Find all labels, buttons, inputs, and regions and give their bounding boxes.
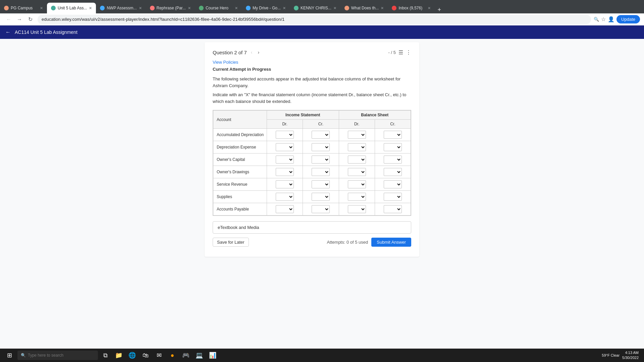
tab-close-icon[interactable]: ✕ <box>381 6 384 10</box>
tab-rephrase[interactable]: Rephrase (Par... ✕ <box>146 3 195 13</box>
save-for-later-button[interactable]: Save for Later <box>213 238 249 247</box>
select-balance-dr-row4[interactable]: X <box>348 180 366 188</box>
taskbar-search-bar[interactable]: 🔍 <box>17 351 98 360</box>
next-question-button[interactable]: › <box>256 49 261 56</box>
app-icon1[interactable]: 💻 <box>193 349 205 361</box>
tab-kenny-chris[interactable]: KENNY CHRIS... ✕ <box>290 3 340 13</box>
dropdown-balance-cr-row2[interactable]: X <box>375 154 411 166</box>
dropdown-income-dr-row3[interactable]: X <box>267 166 303 178</box>
file-explorer-icon[interactable]: 📁 <box>113 349 125 361</box>
tab-my-drive[interactable]: My Drive - Go... ✕ <box>242 3 290 13</box>
app-icon2[interactable]: 📊 <box>207 349 219 361</box>
profile-icon[interactable]: 👤 <box>608 16 614 22</box>
select-income-dr-row0[interactable]: X <box>276 131 294 139</box>
select-income-cr-row5[interactable]: X <box>312 193 330 201</box>
dropdown-income-cr-row3[interactable]: X <box>303 166 339 178</box>
select-income-dr-row1[interactable]: X <box>276 143 294 151</box>
update-button[interactable]: Update <box>616 15 640 23</box>
bookmark-icon[interactable]: ☆ <box>601 16 606 22</box>
select-income-dr-row3[interactable]: X <box>276 168 294 176</box>
select-balance-dr-row3[interactable]: X <box>348 168 366 176</box>
select-income-cr-row2[interactable]: X <box>312 156 330 164</box>
address-input[interactable] <box>38 15 591 24</box>
task-view-icon[interactable]: ⧉ <box>99 349 111 361</box>
dropdown-income-dr-row1[interactable]: X <box>267 141 303 154</box>
tab-course-hero[interactable]: Course Hero ✕ <box>195 3 242 13</box>
tab-unit5-lab[interactable]: Unit 5 Lab Ass... ✕ <box>47 3 96 13</box>
view-policies-link[interactable]: View Policies <box>213 60 411 65</box>
select-balance-cr-row5[interactable]: X <box>384 193 402 201</box>
back-arrow-icon[interactable]: ← <box>5 29 11 35</box>
tab-gmail-inbox[interactable]: Inbox (9,576) ✕ <box>388 3 435 13</box>
dropdown-balance-dr-row6[interactable]: X <box>339 203 375 216</box>
submit-answer-button[interactable]: Submit Answer <box>371 238 411 247</box>
select-balance-dr-row6[interactable]: X <box>348 205 366 213</box>
prev-question-button[interactable]: ‹ <box>250 49 254 56</box>
select-balance-dr-row0[interactable]: X <box>348 131 366 139</box>
dropdown-income-dr-row0[interactable]: X <box>267 129 303 141</box>
select-balance-dr-row1[interactable]: X <box>348 143 366 151</box>
dropdown-income-cr-row5[interactable]: X <box>303 191 339 203</box>
tab-close-icon[interactable]: ✕ <box>40 6 43 10</box>
zoom-icon[interactable]: 🔍 <box>594 17 599 22</box>
dropdown-balance-cr-row3[interactable]: X <box>375 166 411 178</box>
taskbar-search-input[interactable] <box>28 353 88 358</box>
start-button[interactable]: ⊞ <box>3 349 16 361</box>
dropdown-income-cr-row1[interactable]: X <box>303 141 339 154</box>
select-balance-cr-row1[interactable]: X <box>384 143 402 151</box>
dropdown-balance-dr-row3[interactable]: X <box>339 166 375 178</box>
select-income-cr-row4[interactable]: X <box>312 180 330 188</box>
game-icon[interactable]: 🎮 <box>180 349 192 361</box>
select-income-cr-row3[interactable]: X <box>312 168 330 176</box>
tab-close-icon[interactable]: ✕ <box>139 6 142 10</box>
tab-close-icon[interactable]: ✕ <box>235 6 238 10</box>
select-income-cr-row0[interactable]: X <box>312 131 330 139</box>
tab-close-icon[interactable]: ✕ <box>89 6 92 10</box>
tab-close-icon[interactable]: ✕ <box>333 6 336 10</box>
list-icon[interactable]: ☰ <box>398 49 403 56</box>
chrome-icon[interactable]: ● <box>166 349 178 361</box>
select-balance-cr-row2[interactable]: X <box>384 156 402 164</box>
select-income-dr-row6[interactable]: X <box>276 205 294 213</box>
forward-button[interactable]: → <box>15 15 24 24</box>
tab-what-does[interactable]: What Does th... ✕ <box>340 3 388 13</box>
dropdown-balance-dr-row5[interactable]: X <box>339 191 375 203</box>
mail-icon[interactable]: ✉ <box>153 349 165 361</box>
tab-pg-campus[interactable]: PG Campus ✕ <box>0 3 47 13</box>
dropdown-income-dr-row6[interactable]: X <box>267 203 303 216</box>
edge-icon[interactable]: 🌐 <box>126 349 138 361</box>
select-income-cr-row6[interactable]: X <box>312 205 330 213</box>
select-income-dr-row5[interactable]: X <box>276 193 294 201</box>
tab-new-button[interactable]: + <box>437 6 441 13</box>
reload-button[interactable]: ↻ <box>25 15 35 24</box>
dropdown-income-cr-row0[interactable]: X <box>303 129 339 141</box>
select-balance-cr-row3[interactable]: X <box>384 168 402 176</box>
dropdown-income-dr-row5[interactable]: X <box>267 191 303 203</box>
dropdown-balance-dr-row2[interactable]: X <box>339 154 375 166</box>
dropdown-income-cr-row2[interactable]: X <box>303 154 339 166</box>
store-icon[interactable]: 🛍 <box>140 349 152 361</box>
dropdown-income-dr-row4[interactable]: X <box>267 178 303 191</box>
select-balance-cr-row0[interactable]: X <box>384 131 402 139</box>
select-balance-cr-row4[interactable]: X <box>384 180 402 188</box>
select-balance-cr-row6[interactable]: X <box>384 205 402 213</box>
tab-close-icon[interactable]: ✕ <box>283 6 286 10</box>
tab-close-icon[interactable]: ✕ <box>428 6 431 10</box>
dropdown-income-cr-row4[interactable]: X <box>303 178 339 191</box>
dropdown-balance-cr-row5[interactable]: X <box>375 191 411 203</box>
select-balance-dr-row5[interactable]: X <box>348 193 366 201</box>
dropdown-balance-cr-row0[interactable]: X <box>375 129 411 141</box>
select-income-dr-row2[interactable]: X <box>276 156 294 164</box>
select-income-cr-row1[interactable]: X <box>312 143 330 151</box>
dropdown-balance-dr-row1[interactable]: X <box>339 141 375 154</box>
dropdown-income-cr-row6[interactable]: X <box>303 203 339 216</box>
dropdown-balance-cr-row4[interactable]: X <box>375 178 411 191</box>
dropdown-balance-dr-row0[interactable]: X <box>339 129 375 141</box>
dropdown-balance-cr-row6[interactable]: X <box>375 203 411 216</box>
more-options-icon[interactable]: ⋮ <box>406 49 411 56</box>
select-balance-dr-row2[interactable]: X <box>348 156 366 164</box>
tab-close-icon[interactable]: ✕ <box>188 6 191 10</box>
tab-nwp-assess[interactable]: NWP Assessm... ✕ <box>96 3 146 13</box>
dropdown-balance-cr-row1[interactable]: X <box>375 141 411 154</box>
dropdown-income-dr-row2[interactable]: X <box>267 154 303 166</box>
